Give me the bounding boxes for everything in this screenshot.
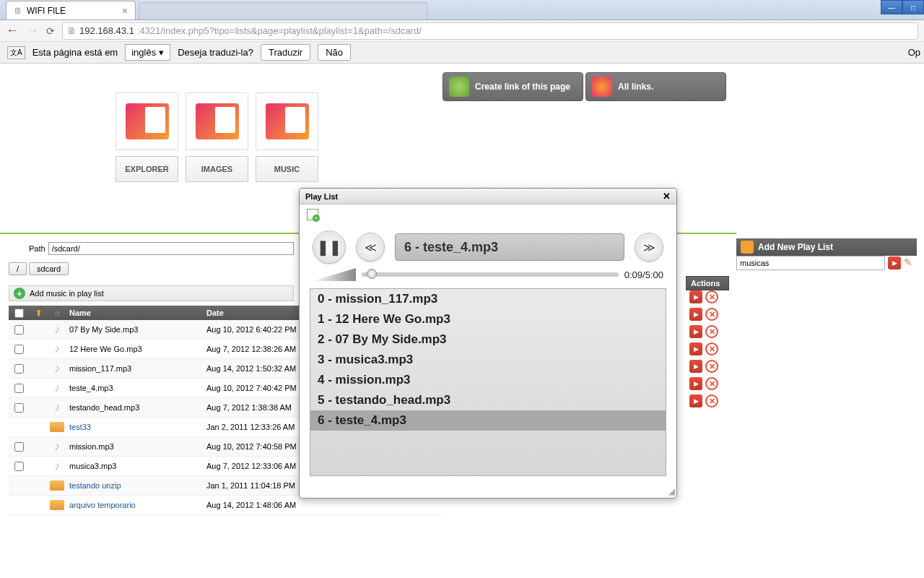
file-name[interactable]: 12 Here We Go.mp3: [66, 345, 204, 353]
url-input[interactable]: 🗎 192.168.43.1:4321/index.php5?tipo=list…: [62, 22, 918, 40]
prev-button[interactable]: ≪: [356, 233, 385, 262]
time-display: 0:09/5:00: [624, 269, 663, 280]
table-row[interactable]: arquivo temporarioAug 14, 2012 1:48:06 A…: [9, 496, 442, 515]
track-item[interactable]: 2 - 07 By My Side.mp3: [310, 329, 666, 350]
minimize-button[interactable]: —: [881, 0, 902, 14]
delete-button[interactable]: ✕: [705, 290, 718, 303]
nav-card-images[interactable]: IMAGES: [186, 92, 248, 182]
track-item[interactable]: 5 - testando_head.mp3: [310, 390, 666, 410]
row-checkbox[interactable]: [14, 384, 24, 393]
tab-title: WIFI FILE: [27, 6, 66, 16]
maximize-button[interactable]: □: [902, 0, 924, 14]
action-row: ▶✕: [689, 290, 718, 303]
create-link-button[interactable]: Create link of this page: [443, 72, 583, 101]
file-name[interactable]: teste_4.mp3: [66, 384, 204, 392]
crumb-root[interactable]: /: [9, 262, 27, 275]
url-path: :4321/index.php5?tipo=lists&page=playlis…: [137, 25, 422, 36]
track-item[interactable]: 3 - musica3.mp3: [310, 350, 666, 370]
seek-knob[interactable]: [367, 269, 377, 279]
col-name[interactable]: Name: [66, 309, 204, 317]
file-name[interactable]: testando unzip: [66, 481, 204, 490]
delete-button[interactable]: ✕: [705, 308, 718, 321]
file-name[interactable]: musica3.mp3: [66, 462, 204, 470]
translate-icon: 文A: [7, 46, 25, 59]
delete-button[interactable]: ✕: [705, 377, 718, 390]
playlist-edit-button[interactable]: ✎: [904, 256, 917, 269]
action-row: ▶✕: [689, 394, 718, 407]
add-track-button[interactable]: [307, 209, 318, 220]
actions-column: ▶✕▶✕▶✕▶✕▶✕▶✕▶✕: [689, 290, 718, 407]
images-icon: [186, 92, 248, 150]
browser-tab-inactive[interactable]: [139, 2, 427, 20]
add-music-bar[interactable]: + Add music in play list: [9, 285, 294, 301]
home-icon[interactable]: ⌂: [48, 309, 66, 317]
playlist-play-button[interactable]: ▶: [888, 256, 901, 269]
file-name[interactable]: mission.mp3: [66, 442, 204, 451]
track-item[interactable]: 6 - teste_4.mp3: [310, 410, 666, 431]
path-input[interactable]: [48, 242, 294, 255]
audio-icon: ♪: [54, 401, 60, 414]
pause-button[interactable]: ❚❚: [313, 230, 346, 264]
browser-tab[interactable]: 🗎 WIFI FILE ×: [6, 1, 136, 20]
play-button[interactable]: ▶: [689, 394, 702, 407]
links-icon: [592, 77, 612, 97]
play-button[interactable]: ▶: [689, 308, 702, 321]
seek-bar[interactable]: [362, 272, 619, 277]
all-links-button[interactable]: All links.: [585, 72, 726, 101]
resize-handle[interactable]: ◢: [668, 486, 675, 496]
explorer-icon: [116, 92, 178, 150]
crumb-sdcard[interactable]: sdcard: [29, 262, 69, 275]
folder-icon: [50, 422, 64, 432]
audio-icon: ♪: [54, 381, 60, 394]
browser-tabs: 🗎 WIFI FILE × — □: [0, 0, 924, 20]
delete-button[interactable]: ✕: [705, 342, 718, 355]
play-button[interactable]: ▶: [689, 360, 702, 373]
file-name[interactable]: arquivo temporario: [66, 501, 204, 509]
breadcrumb: / sdcard: [9, 262, 69, 275]
nav-card-explorer[interactable]: EXPLORER: [116, 92, 178, 182]
reload-button[interactable]: ⟳: [46, 25, 55, 37]
row-checkbox[interactable]: [14, 325, 24, 335]
row-checkbox[interactable]: [14, 345, 24, 354]
play-button[interactable]: ▶: [689, 377, 702, 390]
track-item[interactable]: 4 - mission.mp3: [310, 370, 666, 390]
delete-button[interactable]: ✕: [705, 394, 718, 407]
row-checkbox[interactable]: [14, 442, 24, 452]
track-item[interactable]: 1 - 12 Here We Go.mp3: [310, 309, 666, 329]
play-button[interactable]: ▶: [689, 342, 702, 355]
delete-button[interactable]: ✕: [705, 325, 718, 338]
close-icon[interactable]: ✕: [663, 191, 671, 202]
delete-button[interactable]: ✕: [705, 360, 718, 373]
next-button[interactable]: ≫: [635, 233, 663, 262]
window-controls: — □: [881, 0, 924, 14]
file-name[interactable]: testando_head.mp3: [66, 403, 204, 412]
row-checkbox[interactable]: [14, 462, 24, 471]
up-icon[interactable]: ⬆: [29, 309, 48, 318]
play-button[interactable]: ▶: [689, 325, 702, 338]
volume-slider[interactable]: [313, 268, 356, 281]
action-row: ▶✕: [689, 342, 718, 355]
file-name[interactable]: 07 By My Side.mp3: [66, 325, 204, 334]
file-name[interactable]: test33: [66, 423, 204, 431]
page-icon: 🗎: [14, 6, 22, 16]
add-playlist-row: ▶ ✎: [736, 256, 917, 270]
translate-button[interactable]: Traduzir: [261, 44, 310, 61]
file-name[interactable]: mission_117.mp3: [66, 364, 204, 373]
translate-bar: 文A Esta página está em inglês▾ Deseja tr…: [0, 42, 924, 64]
translate-no-button[interactable]: Não: [318, 44, 351, 61]
folder-icon: [50, 500, 64, 510]
row-checkbox[interactable]: [14, 364, 24, 374]
language-select[interactable]: inglês▾: [125, 44, 170, 61]
close-tab-icon[interactable]: ×: [122, 5, 128, 17]
back-button[interactable]: ←: [6, 23, 19, 38]
playlist-name-input[interactable]: [736, 256, 885, 270]
track-list[interactable]: 0 - mission_117.mp31 - 12 Here We Go.mp3…: [310, 288, 666, 476]
nav-card-music[interactable]: MUSIC: [256, 92, 318, 182]
select-all-checkbox[interactable]: [14, 309, 24, 318]
translate-options[interactable]: Op: [908, 47, 920, 58]
dialog-titlebar[interactable]: Play List ✕: [300, 189, 676, 204]
play-button[interactable]: ▶: [689, 290, 702, 303]
row-checkbox[interactable]: [14, 403, 24, 413]
track-item[interactable]: 0 - mission_117.mp3: [310, 289, 666, 309]
forward-button[interactable]: →: [26, 23, 39, 38]
